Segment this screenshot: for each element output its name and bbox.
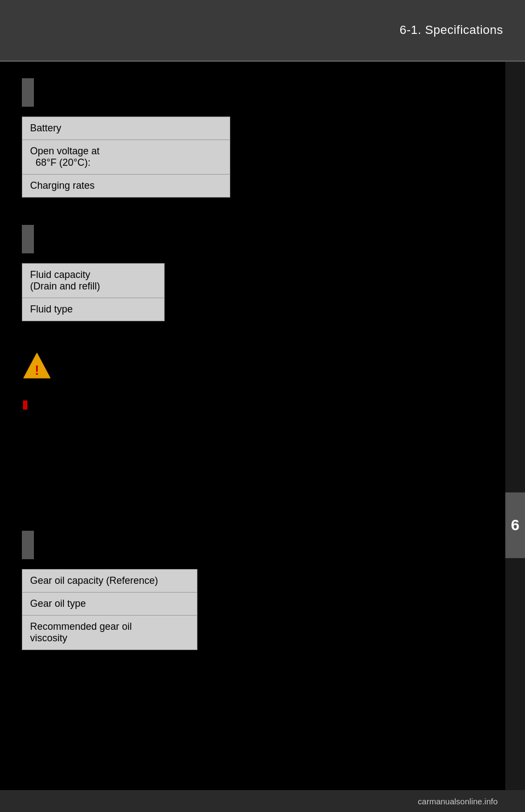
transmission-table-block: Fluid capacity(Drain and refill) Fluid t… — [22, 263, 165, 338]
bookmark-icon: ▮ — [22, 397, 483, 411]
transmission-section-indicator — [22, 225, 34, 253]
table-row: Charging rates — [22, 175, 230, 198]
gear-oil-section-indicator — [22, 531, 34, 559]
table-row: Gear oil type — [22, 593, 197, 616]
chapter-tab: 6 — [505, 492, 525, 558]
open-voltage-label: Open voltage at 68°F (20°C): — [22, 140, 230, 175]
gear-oil-section: Gear oil capacity (Reference) Gear oil t… — [22, 531, 483, 669]
charging-rates-label: Charging rates — [22, 175, 230, 198]
fluid-capacity-label: Fluid capacity(Drain and refill) — [22, 264, 165, 298]
main-content: Battery Open voltage at 68°F (20°C): Cha… — [0, 62, 505, 812]
warning-icon: ! — [22, 351, 52, 381]
header-bar: 6-1. Specifications — [0, 0, 525, 60]
gear-oil-table: Gear oil capacity (Reference) Gear oil t… — [22, 569, 197, 650]
battery-table: Battery Open voltage at 68°F (20°C): Cha… — [22, 117, 230, 198]
warning-section: ! — [22, 351, 483, 386]
page-title: 6-1. Specifications — [400, 23, 503, 37]
table-row: Recommended gear oilviscosity — [22, 616, 197, 650]
svg-text:!: ! — [35, 363, 39, 378]
table-row: Gear oil capacity (Reference) — [22, 570, 197, 593]
transmission-text-area — [22, 416, 483, 482]
battery-section: Battery Open voltage at 68°F (20°C): Cha… — [22, 78, 483, 198]
gear-oil-type-label: Gear oil type — [22, 593, 197, 616]
website-url: carmanualsonline.info — [418, 797, 498, 806]
table-row: Fluid type — [22, 298, 165, 321]
chapter-number: 6 — [511, 517, 520, 534]
table-row: Open voltage at 68°F (20°C): — [22, 140, 230, 175]
battery-section-indicator — [22, 78, 34, 107]
section-gap — [22, 509, 483, 531]
battery-label: Battery — [22, 117, 230, 140]
warning-triangle-svg: ! — [22, 351, 52, 381]
fluid-type-label: Fluid type — [22, 298, 165, 321]
gear-oil-capacity-label: Gear oil capacity (Reference) — [22, 570, 197, 593]
bottom-bar: carmanualsonline.info — [0, 790, 525, 812]
transmission-section: Fluid capacity(Drain and refill) Fluid t… — [22, 225, 483, 482]
table-row: Battery — [22, 117, 230, 140]
transmission-table: Fluid capacity(Drain and refill) Fluid t… — [22, 263, 165, 321]
table-row: Fluid capacity(Drain and refill) — [22, 264, 165, 298]
recommended-gear-oil-viscosity-label: Recommended gear oilviscosity — [22, 616, 197, 650]
gear-table-block: Gear oil capacity (Reference) Gear oil t… — [22, 569, 197, 666]
